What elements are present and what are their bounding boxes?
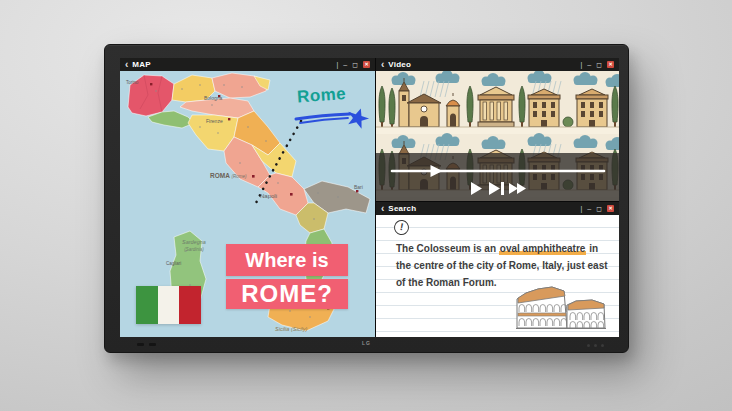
search-titlebar[interactable]: ‹ Search | – ◻ ✕ <box>376 202 619 215</box>
map-label-sardegna: Sardegna(Sardinia) <box>182 239 206 253</box>
map-label-bari: Bari <box>354 184 363 190</box>
back-chevron-icon[interactable]: ‹ <box>381 60 384 70</box>
move-handle-icon[interactable]: | <box>580 61 582 68</box>
player-dim-overlay <box>376 153 619 201</box>
bezel-button[interactable] <box>587 344 590 347</box>
minimize-icon[interactable]: – <box>587 61 591 68</box>
map-window: ‹ MAP | – ◻ ✕ <box>120 58 375 337</box>
bezel-sensor <box>149 343 156 346</box>
minimize-icon[interactable]: – <box>587 205 591 212</box>
interactive-display: ‹ MAP | – ◻ ✕ <box>104 44 629 353</box>
map-label-napoli: Napoli <box>260 193 277 199</box>
video-window: ‹ Video | – ◻ ✕ <box>376 58 619 201</box>
search-window: ‹ Search | – ◻ ✕ ! The Colosseum is an o… <box>376 202 619 337</box>
search-window-title: Search <box>388 204 416 213</box>
search-note-canvas[interactable]: ! The Colosseum is an oval amphitheatre … <box>376 215 619 337</box>
italy-map-canvas[interactable]: Torino Bologna Firenze ROMA (Rome) Napol… <box>120 71 375 337</box>
bezel-button[interactable] <box>601 344 604 347</box>
close-icon[interactable]: ✕ <box>607 61 614 68</box>
lg-logo: LG <box>362 340 371 346</box>
maximize-icon[interactable]: ◻ <box>596 205 602 212</box>
question-box-line1[interactable]: Where is <box>226 244 348 276</box>
map-label-sicilia: Sicilia (Sicily) <box>275 326 307 332</box>
map-label-cagliari: Cagliari <box>166 261 181 266</box>
colosseum-sketch <box>514 283 608 331</box>
bezel-button[interactable] <box>594 344 597 347</box>
screen: ‹ MAP | – ◻ ✕ <box>120 58 619 337</box>
video-titlebar[interactable]: ‹ Video | – ◻ ✕ <box>376 58 619 71</box>
back-chevron-icon[interactable]: ‹ <box>125 60 128 70</box>
map-window-title: MAP <box>132 60 150 69</box>
close-icon[interactable]: ✕ <box>363 61 370 68</box>
back-chevron-icon[interactable]: ‹ <box>381 204 384 214</box>
maximize-icon[interactable]: ◻ <box>352 61 358 68</box>
bottom-bezel: LG <box>105 336 628 352</box>
close-icon[interactable]: ✕ <box>607 205 614 212</box>
video-window-title: Video <box>388 60 411 69</box>
map-titlebar[interactable]: ‹ MAP | – ◻ ✕ <box>120 58 375 71</box>
wall-background: ‹ MAP | – ◻ ✕ <box>0 0 732 411</box>
move-handle-icon[interactable]: | <box>336 61 338 68</box>
video-frame <box>376 71 619 201</box>
maximize-icon[interactable]: ◻ <box>596 61 602 68</box>
rome-doodle <box>292 107 370 129</box>
map-label-firenze: Firenze <box>206 118 223 124</box>
highlighted-phrase: oval amphitheatre <box>499 243 587 255</box>
bezel-sensor <box>137 343 144 346</box>
map-label-bologna: Bologna <box>204 95 222 101</box>
move-handle-icon[interactable]: | <box>580 205 582 212</box>
minimize-icon[interactable]: – <box>343 61 347 68</box>
question-box-line2[interactable]: ROME? <box>226 279 348 309</box>
map-label-roma: ROMA (Rome) <box>210 172 246 179</box>
exclamation-icon: ! <box>393 219 410 236</box>
italy-flag[interactable] <box>136 286 201 324</box>
video-player-canvas[interactable] <box>376 71 619 201</box>
map-label-torino: Torino <box>126 80 138 85</box>
